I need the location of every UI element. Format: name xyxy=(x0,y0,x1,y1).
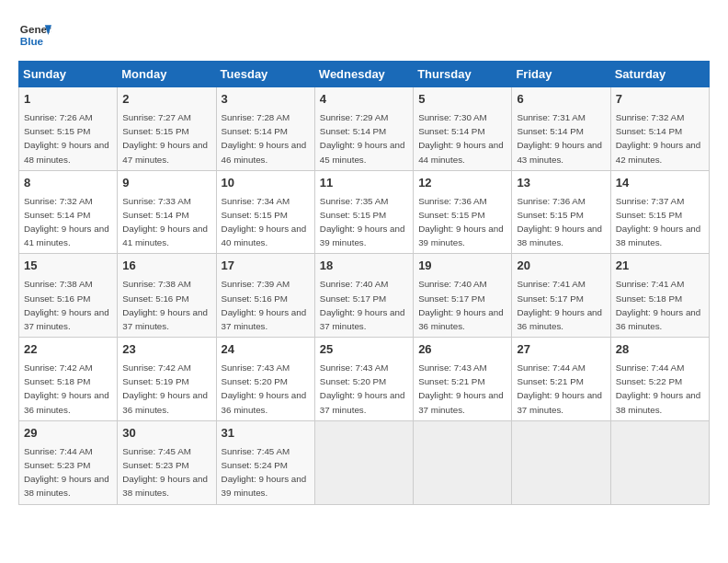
day-number: 26 xyxy=(418,341,506,359)
day-info: Sunrise: 7:45 AMSunset: 5:24 PMDaylight:… xyxy=(222,446,307,499)
day-cell: 27Sunrise: 7:44 AMSunset: 5:21 PMDayligh… xyxy=(512,338,610,421)
day-info: Sunrise: 7:32 AMSunset: 5:14 PMDaylight:… xyxy=(616,112,701,165)
day-cell: 24Sunrise: 7:43 AMSunset: 5:20 PMDayligh… xyxy=(216,338,314,421)
day-number: 24 xyxy=(222,341,310,359)
weekday-header-row: SundayMondayTuesdayWednesdayThursdayFrid… xyxy=(19,62,710,87)
day-cell: 13Sunrise: 7:36 AMSunset: 5:15 PMDayligh… xyxy=(512,170,610,254)
day-cell: 19Sunrise: 7:40 AMSunset: 5:17 PMDayligh… xyxy=(414,254,512,338)
day-info: Sunrise: 7:28 AMSunset: 5:14 PMDaylight:… xyxy=(222,112,307,165)
day-info: Sunrise: 7:31 AMSunset: 5:14 PMDaylight:… xyxy=(517,112,602,165)
day-number: 12 xyxy=(418,175,506,192)
page-header: General Blue xyxy=(18,18,710,52)
day-info: Sunrise: 7:44 AMSunset: 5:21 PMDaylight:… xyxy=(517,362,602,415)
week-row-2: 8Sunrise: 7:32 AMSunset: 5:14 PMDaylight… xyxy=(19,170,710,254)
day-cell: 12Sunrise: 7:36 AMSunset: 5:15 PMDayligh… xyxy=(414,170,512,254)
day-number: 31 xyxy=(222,425,310,442)
weekday-thursday: Thursday xyxy=(414,62,512,87)
calendar-body: 1Sunrise: 7:26 AMSunset: 5:15 PMDaylight… xyxy=(19,87,710,505)
day-cell: 17Sunrise: 7:39 AMSunset: 5:16 PMDayligh… xyxy=(216,254,314,338)
day-info: Sunrise: 7:34 AMSunset: 5:15 PMDaylight:… xyxy=(222,196,307,248)
day-cell: 22Sunrise: 7:42 AMSunset: 5:18 PMDayligh… xyxy=(19,338,118,421)
day-cell: 7Sunrise: 7:32 AMSunset: 5:14 PMDaylight… xyxy=(610,87,709,171)
day-info: Sunrise: 7:43 AMSunset: 5:20 PMDaylight:… xyxy=(222,362,307,415)
weekday-saturday: Saturday xyxy=(610,62,709,87)
day-number: 5 xyxy=(418,91,506,109)
day-info: Sunrise: 7:36 AMSunset: 5:15 PMDaylight:… xyxy=(418,196,504,248)
day-number: 3 xyxy=(222,91,310,109)
day-cell: 6Sunrise: 7:31 AMSunset: 5:14 PMDaylight… xyxy=(512,87,610,171)
weekday-tuesday: Tuesday xyxy=(216,62,314,87)
day-cell: 20Sunrise: 7:41 AMSunset: 5:17 PMDayligh… xyxy=(512,254,610,338)
day-info: Sunrise: 7:37 AMSunset: 5:15 PMDaylight:… xyxy=(616,196,701,248)
logo-icon: General Blue xyxy=(18,18,51,52)
day-info: Sunrise: 7:42 AMSunset: 5:19 PMDaylight:… xyxy=(122,362,208,415)
day-number: 25 xyxy=(320,341,408,359)
day-cell: 1Sunrise: 7:26 AMSunset: 5:15 PMDaylight… xyxy=(19,87,118,171)
day-number: 23 xyxy=(122,341,210,359)
svg-text:Blue: Blue xyxy=(20,35,44,47)
day-cell: 8Sunrise: 7:32 AMSunset: 5:14 PMDaylight… xyxy=(19,170,118,254)
day-cell: 16Sunrise: 7:38 AMSunset: 5:16 PMDayligh… xyxy=(118,254,216,338)
weekday-friday: Friday xyxy=(512,62,610,87)
day-info: Sunrise: 7:43 AMSunset: 5:20 PMDaylight:… xyxy=(320,362,405,415)
day-info: Sunrise: 7:36 AMSunset: 5:15 PMDaylight:… xyxy=(517,196,602,248)
day-cell: 29Sunrise: 7:44 AMSunset: 5:23 PMDayligh… xyxy=(19,420,118,504)
day-info: Sunrise: 7:35 AMSunset: 5:15 PMDaylight:… xyxy=(320,196,405,248)
day-number: 17 xyxy=(222,258,310,275)
day-number: 8 xyxy=(24,175,112,192)
day-number: 22 xyxy=(24,341,112,359)
day-number: 4 xyxy=(320,91,408,109)
calendar-table: SundayMondayTuesdayWednesdayThursdayFrid… xyxy=(18,61,710,505)
day-cell: 30Sunrise: 7:45 AMSunset: 5:23 PMDayligh… xyxy=(118,420,216,504)
day-cell: 15Sunrise: 7:38 AMSunset: 5:16 PMDayligh… xyxy=(19,254,118,338)
day-cell xyxy=(610,420,709,504)
weekday-monday: Monday xyxy=(118,62,216,87)
day-info: Sunrise: 7:26 AMSunset: 5:15 PMDaylight:… xyxy=(24,112,109,165)
day-cell: 28Sunrise: 7:44 AMSunset: 5:22 PMDayligh… xyxy=(610,338,709,421)
day-number: 28 xyxy=(616,341,704,359)
day-cell: 18Sunrise: 7:40 AMSunset: 5:17 PMDayligh… xyxy=(314,254,413,338)
day-cell: 25Sunrise: 7:43 AMSunset: 5:20 PMDayligh… xyxy=(314,338,413,421)
day-cell xyxy=(314,420,413,504)
day-number: 10 xyxy=(222,175,310,192)
day-number: 20 xyxy=(517,258,605,275)
day-number: 2 xyxy=(122,91,210,109)
day-number: 15 xyxy=(24,258,112,275)
day-info: Sunrise: 7:29 AMSunset: 5:14 PMDaylight:… xyxy=(320,112,405,165)
day-cell: 10Sunrise: 7:34 AMSunset: 5:15 PMDayligh… xyxy=(216,170,314,254)
day-number: 1 xyxy=(24,91,112,109)
day-info: Sunrise: 7:41 AMSunset: 5:17 PMDaylight:… xyxy=(517,279,602,331)
day-number: 27 xyxy=(517,341,605,359)
day-info: Sunrise: 7:30 AMSunset: 5:14 PMDaylight:… xyxy=(418,112,504,165)
day-cell xyxy=(414,420,512,504)
day-number: 30 xyxy=(122,425,210,442)
day-number: 9 xyxy=(122,175,210,192)
day-info: Sunrise: 7:40 AMSunset: 5:17 PMDaylight:… xyxy=(320,279,405,331)
day-cell: 9Sunrise: 7:33 AMSunset: 5:14 PMDaylight… xyxy=(118,170,216,254)
day-number: 14 xyxy=(616,175,704,192)
day-number: 6 xyxy=(517,91,605,109)
day-cell: 5Sunrise: 7:30 AMSunset: 5:14 PMDaylight… xyxy=(414,87,512,171)
day-info: Sunrise: 7:27 AMSunset: 5:15 PMDaylight:… xyxy=(122,112,208,165)
day-info: Sunrise: 7:41 AMSunset: 5:18 PMDaylight:… xyxy=(616,279,701,331)
day-info: Sunrise: 7:42 AMSunset: 5:18 PMDaylight:… xyxy=(24,362,109,415)
week-row-4: 22Sunrise: 7:42 AMSunset: 5:18 PMDayligh… xyxy=(19,338,710,421)
week-row-3: 15Sunrise: 7:38 AMSunset: 5:16 PMDayligh… xyxy=(19,254,710,338)
week-row-5: 29Sunrise: 7:44 AMSunset: 5:23 PMDayligh… xyxy=(19,420,710,504)
day-info: Sunrise: 7:38 AMSunset: 5:16 PMDaylight:… xyxy=(24,279,109,331)
day-number: 18 xyxy=(320,258,408,275)
day-info: Sunrise: 7:38 AMSunset: 5:16 PMDaylight:… xyxy=(122,279,208,331)
day-cell: 2Sunrise: 7:27 AMSunset: 5:15 PMDaylight… xyxy=(118,87,216,171)
day-number: 7 xyxy=(616,91,704,109)
day-cell: 14Sunrise: 7:37 AMSunset: 5:15 PMDayligh… xyxy=(610,170,709,254)
day-number: 16 xyxy=(122,258,210,275)
day-info: Sunrise: 7:39 AMSunset: 5:16 PMDaylight:… xyxy=(222,279,307,331)
day-info: Sunrise: 7:45 AMSunset: 5:23 PMDaylight:… xyxy=(122,446,208,499)
weekday-wednesday: Wednesday xyxy=(314,62,413,87)
day-info: Sunrise: 7:40 AMSunset: 5:17 PMDaylight:… xyxy=(418,279,504,331)
day-cell: 3Sunrise: 7:28 AMSunset: 5:14 PMDaylight… xyxy=(216,87,314,171)
day-info: Sunrise: 7:44 AMSunset: 5:23 PMDaylight:… xyxy=(24,446,109,499)
day-number: 19 xyxy=(418,258,506,275)
day-cell: 23Sunrise: 7:42 AMSunset: 5:19 PMDayligh… xyxy=(118,338,216,421)
logo: General Blue xyxy=(18,18,51,52)
